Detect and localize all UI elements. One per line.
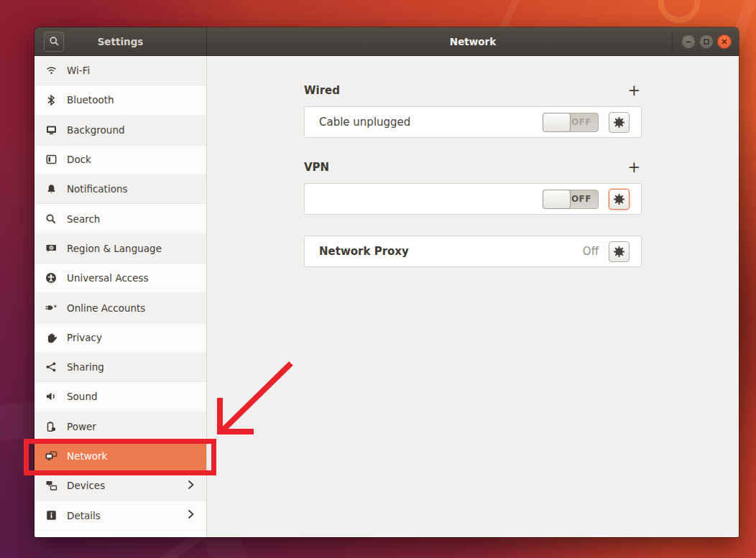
network-proxy-label: Network Proxy <box>319 245 409 258</box>
toggle-off-label: OFF <box>571 117 591 127</box>
sidebar-item-label: Background <box>67 124 125 136</box>
language-flag-icon <box>44 242 58 255</box>
toggle-off-label: OFF <box>571 194 591 204</box>
network-displays-icon <box>44 450 58 462</box>
wired-section-title: Wired <box>304 84 340 97</box>
network-panel: Wired + Cable unplugged OFF <box>207 56 739 537</box>
wired-section-header: Wired + <box>304 84 642 97</box>
toggle-knob <box>543 113 571 132</box>
magnifier-icon <box>44 213 58 225</box>
minimize-icon <box>685 38 692 45</box>
plug-icon: s <box>44 302 58 315</box>
sidebar-item-label: Privacy <box>67 332 102 343</box>
sidebar-item-label: Details <box>67 510 101 521</box>
sidebar-item-devices[interactable]: Devices <box>34 471 206 501</box>
settings-sidebar: Wi-Fi Bluetooth Background <box>34 56 207 537</box>
sidebar-item-sound[interactable]: Sound <box>34 382 206 411</box>
sidebar-item-label: Notifications <box>67 183 128 195</box>
sidebar-item-label: Universal Access <box>67 272 149 284</box>
share-nodes-icon <box>44 361 58 373</box>
info-icon <box>44 509 58 522</box>
sidebar-item-label: Online Accounts <box>67 302 145 314</box>
titlebar-sidebar-section: Settings <box>34 27 207 55</box>
vpn-section-header: VPN + <box>304 161 642 174</box>
search-icon <box>49 36 60 47</box>
sidebar-item-search[interactable]: Search <box>34 204 206 233</box>
close-icon <box>721 38 728 45</box>
gear-icon <box>613 246 625 258</box>
sidebar-item-wifi[interactable]: Wi-Fi <box>34 56 206 85</box>
search-button[interactable] <box>44 32 64 52</box>
window-controls <box>672 27 732 56</box>
vpn-connection-card: OFF <box>304 183 642 215</box>
sidebar-item-label: Region & Language <box>67 243 162 254</box>
dock-icon <box>44 153 58 166</box>
wired-settings-button[interactable] <box>609 112 630 133</box>
wired-toggle-switch[interactable]: OFF <box>543 113 599 132</box>
minimize-button[interactable] <box>681 34 696 49</box>
sidebar-item-label: Devices <box>67 480 105 491</box>
proxy-status-text: Off <box>583 245 599 258</box>
sidebar-item-details[interactable]: Details <box>34 501 206 530</box>
chevron-right-icon <box>188 508 194 522</box>
battery-icon <box>44 420 58 433</box>
add-wired-connection-button[interactable]: + <box>626 85 642 96</box>
titlebar-main-section: Network <box>207 27 739 55</box>
sidebar-item-label: Sound <box>67 391 98 402</box>
vpn-toggle-switch[interactable]: OFF <box>543 190 599 209</box>
toggle-knob <box>543 190 571 209</box>
desktop-wallpaper: Settings Network <box>0 0 756 558</box>
speaker-icon <box>44 390 58 403</box>
sidebar-item-label: Search <box>67 213 100 225</box>
window-body: Wi-Fi Bluetooth Background <box>34 56 739 537</box>
sidebar-item-notifications[interactable]: Notifications <box>34 175 206 204</box>
sidebar-item-label: Wi-Fi <box>67 65 90 76</box>
sidebar-item-sharing[interactable]: Sharing <box>34 353 206 382</box>
add-vpn-button[interactable]: + <box>626 162 642 173</box>
sidebar-item-region-language[interactable]: Region & Language <box>34 234 206 264</box>
window-controls-separator <box>672 32 673 51</box>
sidebar-item-power[interactable]: Power <box>34 412 206 442</box>
sidebar-item-bluetooth[interactable]: Bluetooth <box>34 85 206 115</box>
page-title: Network <box>207 36 739 47</box>
wired-connection-card: Cable unplugged OFF <box>304 106 642 138</box>
sidebar-item-online-accounts[interactable]: s Online Accounts <box>34 293 206 322</box>
sidebar-item-dock[interactable]: Dock <box>34 145 206 175</box>
wired-status-label: Cable unplugged <box>319 116 410 129</box>
maximize-button[interactable] <box>699 34 714 49</box>
sidebar-item-label: Power <box>67 421 96 432</box>
accessibility-icon <box>44 271 58 284</box>
bell-icon <box>44 182 58 195</box>
sidebar-item-label: Bluetooth <box>67 94 114 106</box>
background-icon <box>44 124 58 136</box>
svg-text:s: s <box>54 303 57 308</box>
sidebar-item-label: Network <box>67 450 107 462</box>
hand-icon <box>44 331 58 344</box>
devices-icon <box>44 479 58 492</box>
gear-icon <box>613 193 625 205</box>
sidebar-item-label: Sharing <box>67 361 104 373</box>
vpn-section-title: VPN <box>304 161 329 174</box>
chevron-right-icon <box>188 479 194 493</box>
gear-icon <box>613 116 625 129</box>
sidebar-item-universal-access[interactable]: Universal Access <box>34 264 206 293</box>
sidebar-item-privacy[interactable]: Privacy <box>34 323 206 353</box>
settings-window: Settings Network <box>34 27 739 537</box>
close-button[interactable] <box>717 34 732 49</box>
vpn-settings-button[interactable] <box>609 189 630 210</box>
network-proxy-card: Network Proxy Off <box>304 236 642 267</box>
sidebar-item-background[interactable]: Background <box>34 116 206 145</box>
maximize-icon <box>703 38 710 45</box>
wifi-icon <box>44 64 58 77</box>
sidebar-item-label: Dock <box>67 154 91 165</box>
wallpaper-ring-shape <box>658 0 700 23</box>
sidebar-item-network[interactable]: Network <box>34 442 206 471</box>
titlebar: Settings Network <box>34 27 739 56</box>
bluetooth-icon <box>44 93 58 106</box>
proxy-settings-button[interactable] <box>609 241 630 262</box>
